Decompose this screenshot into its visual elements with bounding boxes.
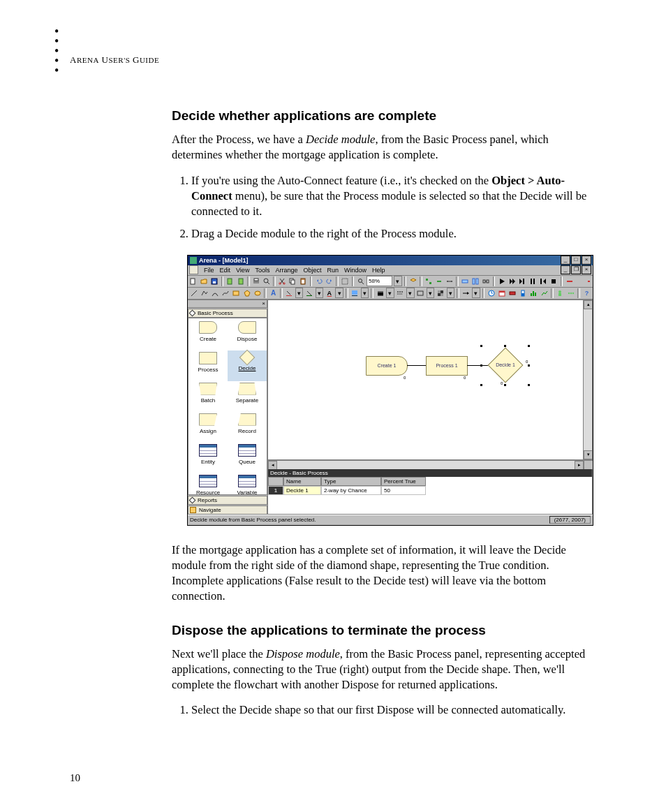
- header-cell[interactable]: Name: [283, 477, 321, 486]
- text-icon[interactable]: A: [269, 288, 278, 299]
- scroll-down-icon[interactable]: ▾: [584, 450, 593, 459]
- module-resource[interactable]: Resource: [188, 473, 228, 495]
- speed-icon[interactable]: [565, 276, 574, 287]
- cut-icon[interactable]: [278, 276, 287, 287]
- menu-run[interactable]: Run: [327, 267, 339, 274]
- layers-icon[interactable]: [408, 276, 417, 287]
- link-icon[interactable]: [482, 276, 491, 287]
- zoom-dropdown-icon[interactable]: ▾: [394, 276, 401, 286]
- selection-handle[interactable]: [480, 345, 482, 347]
- panel-tab-reports[interactable]: Reports: [188, 496, 267, 505]
- snap-icon[interactable]: [424, 276, 434, 287]
- region-icon[interactable]: [341, 276, 350, 287]
- queue-anim-icon[interactable]: [566, 288, 575, 299]
- fill-dropdown-icon[interactable]: ▾: [295, 288, 304, 298]
- clock-icon[interactable]: [487, 288, 496, 299]
- module-separate[interactable]: Separate: [228, 381, 267, 412]
- module-record[interactable]: Record: [228, 412, 267, 443]
- selection-handle[interactable]: [528, 384, 530, 386]
- pattern-dropdown-icon[interactable]: ▾: [447, 288, 455, 298]
- cell-percent-true[interactable]: 50: [381, 486, 426, 495]
- stop-icon[interactable]: [549, 276, 558, 287]
- pattern-icon[interactable]: [436, 288, 445, 299]
- start-over-icon[interactable]: [539, 276, 548, 287]
- flowchart-canvas[interactable]: ▴ ▾ Create 1 0 Process 1 0 Decide 1: [268, 300, 593, 460]
- submodel-icon[interactable]: [461, 276, 470, 287]
- module-assign[interactable]: Assign: [188, 412, 228, 443]
- doc-restore-button[interactable]: ❐: [571, 265, 581, 274]
- panel-tab-navigate[interactable]: Navigate: [188, 505, 267, 515]
- new-icon[interactable]: [189, 276, 198, 287]
- cell-name[interactable]: Decide 1: [283, 486, 321, 495]
- selection-handle[interactable]: [480, 364, 482, 367]
- panel-tab-basic-process[interactable]: Basic Process: [188, 309, 267, 318]
- module-queue[interactable]: Queue: [228, 443, 267, 473]
- histogram-icon[interactable]: [529, 288, 538, 299]
- selection-handle[interactable]: [504, 345, 506, 347]
- module-variable[interactable]: Variable: [228, 473, 267, 495]
- ellipse-icon[interactable]: [253, 288, 262, 299]
- header-cell[interactable]: [268, 477, 283, 486]
- selection-handle[interactable]: [480, 384, 482, 386]
- menu-object[interactable]: Object: [303, 267, 321, 274]
- play-icon[interactable]: [497, 276, 506, 287]
- linecolor-dropdown-icon[interactable]: ▾: [316, 288, 324, 298]
- detach-icon[interactable]: [236, 276, 245, 287]
- cell-type[interactable]: 2-way by Chance: [321, 486, 381, 495]
- save-icon[interactable]: [210, 276, 219, 287]
- dash-dropdown-icon[interactable]: ▾: [406, 288, 415, 298]
- header-cell[interactable]: Type: [321, 477, 381, 486]
- pause-icon[interactable]: [528, 276, 538, 287]
- redo-icon[interactable]: [325, 276, 334, 287]
- fast-forward-icon[interactable]: [508, 276, 517, 287]
- arrow-dropdown-icon[interactable]: ▾: [472, 288, 480, 298]
- line-icon[interactable]: [189, 288, 198, 299]
- create-module[interactable]: Create 1: [366, 356, 408, 376]
- dash-style-icon[interactable]: [396, 288, 405, 299]
- module-batch[interactable]: Batch: [188, 381, 228, 412]
- menu-view[interactable]: View: [236, 267, 249, 274]
- print-icon[interactable]: [252, 276, 261, 287]
- paste-icon[interactable]: [299, 276, 308, 287]
- module-dispose[interactable]: Dispose: [228, 320, 267, 350]
- fill-color-icon[interactable]: [285, 288, 294, 299]
- find-icon[interactable]: [356, 276, 365, 287]
- date-icon[interactable]: [497, 288, 506, 299]
- titlebar[interactable]: Arena - [Model1] _ □ ×: [188, 256, 593, 265]
- textcolor-dropdown-icon[interactable]: ▾: [335, 288, 343, 298]
- module-process[interactable]: Process: [188, 350, 228, 381]
- connector[interactable]: [407, 365, 426, 366]
- menu-file[interactable]: File: [204, 267, 214, 274]
- menu-help[interactable]: Help: [372, 267, 385, 274]
- minimize-button[interactable]: _: [561, 256, 570, 265]
- bezier-icon[interactable]: [221, 288, 230, 299]
- arc-icon[interactable]: [210, 288, 219, 299]
- maximize-button[interactable]: □: [571, 256, 581, 265]
- document-icon[interactable]: [189, 265, 198, 274]
- menu-edit[interactable]: Edit: [220, 267, 231, 274]
- speed-max-icon[interactable]: [582, 276, 591, 287]
- doc-minimize-button[interactable]: _: [561, 265, 570, 274]
- menu-arrange[interactable]: Arrange: [275, 267, 297, 274]
- process-module[interactable]: Process 1: [426, 356, 468, 376]
- copy-icon[interactable]: [288, 276, 297, 287]
- horizontal-scrollbar[interactable]: ◂ ▸: [268, 460, 593, 469]
- module-create[interactable]: Create: [188, 320, 228, 350]
- lineweight-dropdown-icon[interactable]: ▾: [427, 288, 435, 298]
- doc-close-button[interactable]: ×: [582, 265, 591, 274]
- help-icon[interactable]: ?: [582, 288, 591, 299]
- decide-module[interactable]: Decide 1: [488, 351, 523, 379]
- line-color-icon[interactable]: [304, 288, 313, 299]
- panel-grip[interactable]: ×: [188, 300, 267, 308]
- selection-handle[interactable]: [528, 345, 530, 347]
- line-weight-icon[interactable]: [416, 288, 425, 299]
- selection-handle[interactable]: [504, 384, 506, 386]
- polygon-icon[interactable]: [242, 288, 251, 299]
- module-entity[interactable]: Entity: [188, 443, 228, 473]
- arrow-icon[interactable]: [461, 288, 471, 299]
- glue-icon[interactable]: [435, 276, 444, 287]
- rect-icon[interactable]: [232, 288, 241, 299]
- menu-tools[interactable]: Tools: [255, 267, 269, 274]
- panel-close-icon[interactable]: ×: [262, 300, 265, 307]
- row-index[interactable]: 1: [268, 486, 283, 495]
